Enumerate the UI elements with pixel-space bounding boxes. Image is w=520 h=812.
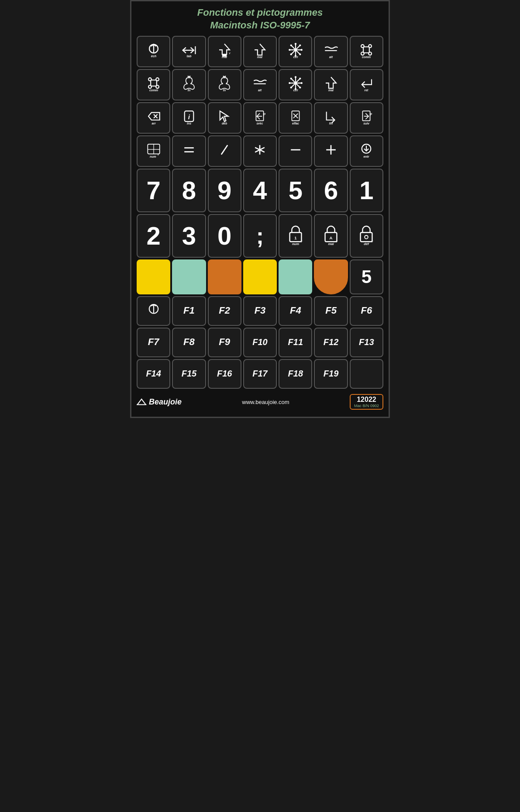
- key-color-yellow1[interactable]: [137, 259, 170, 294]
- svg-point-50: [289, 82, 290, 84]
- key-color-orange2[interactable]: [314, 259, 348, 294]
- key-5[interactable]: 5: [279, 169, 312, 212]
- deb-icon: déb: [217, 109, 232, 127]
- key-4[interactable]: 4: [243, 169, 277, 212]
- svg-point-51: [300, 82, 302, 84]
- minus-icon: [288, 142, 303, 160]
- svg-text:num: num: [292, 242, 299, 245]
- svg-point-55: [290, 86, 292, 88]
- key-8[interactable]: 8: [172, 169, 206, 212]
- key-f17[interactable]: F17: [243, 359, 277, 389]
- product-sub: Mac B/N 0902: [354, 404, 379, 408]
- key-ctrl[interactable]: ctrl: [279, 36, 312, 67]
- key-lockA[interactable]: A v maj: [314, 214, 348, 258]
- key-maj2[interactable]: maj: [314, 69, 348, 100]
- key-f14[interactable]: F14: [137, 359, 170, 389]
- key-7[interactable]: 7: [137, 169, 170, 212]
- key-num[interactable]: v num: [137, 135, 170, 167]
- ech-icon: éch: [146, 42, 162, 60]
- num-3: 3: [182, 223, 196, 249]
- key-9[interactable]: 9: [208, 169, 241, 212]
- key-fin[interactable]: fin: [314, 102, 348, 134]
- key-ret[interactable]: ret: [350, 69, 383, 100]
- key-2[interactable]: 2: [137, 214, 170, 258]
- frow1: F1 F2 F3 F4 F5 F6: [137, 296, 383, 326]
- f3-label: F3: [255, 306, 266, 315]
- key-0[interactable]: 0: [208, 214, 241, 258]
- key-color-orange1[interactable]: [208, 259, 241, 294]
- key-6[interactable]: 6: [314, 169, 348, 212]
- key-tab[interactable]: tab: [172, 36, 206, 67]
- svg-point-22: [299, 44, 301, 46]
- key-f3[interactable]: F3: [243, 296, 277, 326]
- key-3[interactable]: 3: [172, 214, 206, 258]
- key-f2[interactable]: F2: [208, 296, 241, 326]
- key-f19[interactable]: F19: [314, 359, 348, 389]
- key-f5[interactable]: F5: [314, 296, 348, 326]
- svg-text:v: v: [300, 239, 303, 243]
- key-color-yellow2[interactable]: [243, 259, 277, 294]
- key-f1[interactable]: F1: [172, 296, 206, 326]
- svg-point-37: [156, 85, 159, 88]
- key-f16[interactable]: F16: [208, 359, 241, 389]
- ctrl2-icon: ctrl: [288, 76, 303, 93]
- key-prec[interactable]: p préc: [243, 102, 277, 134]
- key-div[interactable]: [208, 135, 241, 167]
- key-ctrl2[interactable]: ctrl: [279, 69, 312, 100]
- key-entr[interactable]: entr: [350, 135, 383, 167]
- key-minus[interactable]: [279, 135, 312, 167]
- f1-label: F1: [183, 306, 195, 315]
- key-maj[interactable]: maj: [243, 36, 277, 67]
- maj2-icon: maj: [323, 76, 339, 93]
- f7-label: F7: [148, 337, 159, 347]
- key-5-special[interactable]: 5: [350, 259, 383, 294]
- key-f13[interactable]: F13: [350, 328, 383, 357]
- key-lockDef[interactable]: v déf: [350, 214, 383, 258]
- key-alt2[interactable]: alt: [243, 69, 277, 100]
- num-9: 9: [217, 178, 231, 203]
- key-arr[interactable]: arr: [137, 102, 170, 134]
- key-f12[interactable]: F12: [314, 328, 348, 357]
- svg-text:éch: éch: [151, 54, 156, 58]
- key-maj-v[interactable]: v maj: [208, 36, 241, 67]
- svg-point-29: [368, 45, 372, 48]
- key-fn2[interactable]: fn: [208, 69, 241, 100]
- key-comm[interactable]: comm: [350, 36, 383, 67]
- key-f4[interactable]: F4: [279, 296, 312, 326]
- key-color-mint1[interactable]: [172, 259, 206, 294]
- key-lock1[interactable]: 1 v num: [279, 214, 312, 258]
- key-fn1[interactable]: fn: [172, 69, 206, 100]
- key-color-mint2[interactable]: [279, 259, 312, 294]
- svg-text:maj: maj: [328, 89, 334, 91]
- key-f6[interactable]: F6: [350, 296, 383, 326]
- website: www.beaujoie.com: [242, 399, 289, 405]
- key-f11[interactable]: F11: [279, 328, 312, 357]
- effac-icon: effac: [288, 109, 303, 127]
- key-1[interactable]: 1: [350, 169, 383, 212]
- key-semicolon[interactable]: ;: [243, 214, 277, 258]
- key-f8[interactable]: F8: [172, 328, 206, 357]
- key-mul[interactable]: [243, 135, 277, 167]
- key-plus[interactable]: [314, 135, 348, 167]
- svg-text:comm: comm: [362, 55, 371, 58]
- key-suiv[interactable]: p suiv: [350, 102, 383, 134]
- key-f9[interactable]: F9: [208, 328, 241, 357]
- key-comm2[interactable]: comm: [137, 69, 170, 100]
- key-ech[interactable]: éch: [137, 36, 170, 67]
- svg-point-34: [148, 78, 152, 81]
- key-deb[interactable]: déb: [208, 102, 241, 134]
- key-esc-icon[interactable]: [137, 296, 170, 326]
- key-f18[interactable]: F18: [279, 359, 312, 389]
- num-0: 0: [217, 223, 231, 249]
- svg-text:v: v: [372, 239, 374, 243]
- key-f15[interactable]: F15: [172, 359, 206, 389]
- key-ins[interactable]: i ins: [172, 102, 206, 134]
- key-effac[interactable]: effac: [279, 102, 312, 134]
- key-alt[interactable]: alt: [314, 36, 348, 67]
- key-f10[interactable]: F10: [243, 328, 277, 357]
- key-eq[interactable]: [172, 135, 206, 167]
- svg-rect-76: [363, 111, 370, 121]
- brand: Beaujoie: [137, 397, 182, 407]
- key-f7[interactable]: F7: [137, 328, 170, 357]
- mul-icon: [252, 142, 268, 160]
